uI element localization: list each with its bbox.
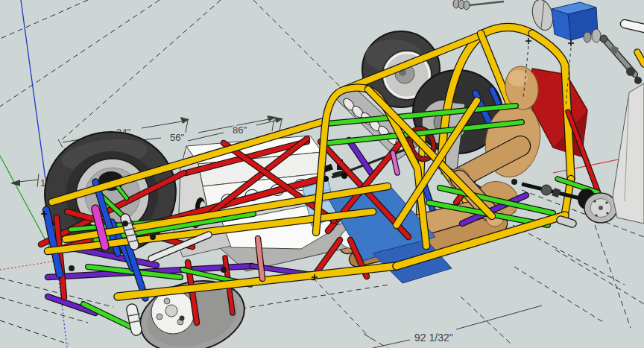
loose-body-panel[interactable] — [613, 83, 644, 224]
spindle-cylinder — [132, 309, 136, 330]
loose-disc-part[interactable] — [529, 0, 556, 33]
dimension-overall[interactable]: 92 1/32" — [373, 306, 542, 348]
dimension-partial[interactable]: 1 — [10, 174, 45, 189]
red-axis-negative — [0, 261, 57, 270]
dim-label-overall[interactable]: 92 1/32" — [414, 332, 453, 344]
dim-label-86[interactable]: 86" — [233, 124, 247, 136]
loose-axle-assembly[interactable] — [584, 24, 644, 84]
dim-label-56[interactable]: 56" — [170, 132, 184, 143]
loose-spring-part[interactable] — [453, 0, 504, 10]
viewport-canvas[interactable]: 34" 56" 86" 1 — [0, 0, 644, 348]
